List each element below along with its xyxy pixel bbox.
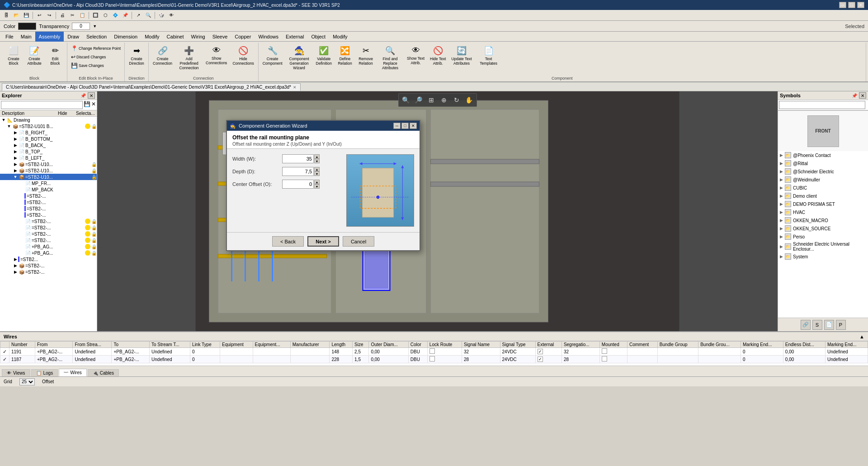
tree-toggle-pb-ag1[interactable] [19,244,24,249]
menu-file[interactable]: File [2,32,17,42]
tree-item-bright[interactable]: ▶ 📄 B_RIGHT_ [0,129,97,136]
minimize-button[interactable]: ─ [839,2,846,8]
col-from-stream[interactable]: From Strea... [73,342,112,348]
dialog-minimize-button[interactable]: ─ [393,123,401,129]
explorer-select-col[interactable]: Selecta... [74,110,97,116]
wires-expand-icon[interactable]: ▲ [859,334,864,339]
qa-new[interactable]: 🗄 [2,11,11,20]
sym-toggle-okken-macro[interactable]: ▶ [780,218,783,223]
create-component-button[interactable]: 🔧 CreateComponent [260,44,285,67]
menu-assembly[interactable]: Assembly [35,32,64,42]
qa-copy[interactable]: 📋 [78,11,87,20]
col-signal-name[interactable]: Signal Name [462,342,500,348]
tree-item-stb2-c[interactable]: ▶ 📦 =STB2-... [0,262,97,269]
tree-toggle-stb2-a2[interactable] [19,200,24,205]
find-replace-button[interactable]: 🔍 Find and ReplaceAttributes [377,44,404,72]
file-tab-close[interactable]: ✕ [293,85,297,90]
tree-toggle-stb2u101[interactable]: ▼ [6,124,12,129]
qa-btn3[interactable]: 💠 [111,11,120,20]
sym-item-demo[interactable]: ▶ 📁 Demo client [778,192,868,200]
col-to-stream[interactable]: To Stream T... [150,342,190,348]
qa-cut[interactable]: ✂ [68,11,77,20]
sym-item-cubic[interactable]: ▶ 📁 CUBIC [778,184,868,192]
qa-print[interactable]: 🖨 [58,11,67,20]
col-size[interactable]: Size [353,342,369,348]
active-file-tab[interactable]: C:\Users\inbeaurain\OneDrive - Alpi Clou… [2,83,301,91]
create-connection-button[interactable]: 🔗 CreateConnection [151,44,175,67]
offset-up-button[interactable]: ▲ [314,180,320,184]
create-direction-button[interactable]: ➡ CreateDirection [127,44,146,67]
tree-toggle-bbottom[interactable]: ▶ [13,136,18,142]
sym-item-rittal[interactable]: ▶ 📁 @Rittal [778,159,868,167]
edit-block-button[interactable]: ✏ EditBlock [45,44,65,67]
update-text-button[interactable]: 🔄 Update TextAttributes [449,44,474,67]
qa-zoom[interactable]: 🔍 [144,11,153,20]
symbols-pin-button[interactable]: 📌 [851,92,858,99]
tree-item-drawing[interactable]: ▼ 📐 Drawing [0,117,97,123]
hide-text-button[interactable]: 🚫 Hide TextAttrib. [428,44,448,67]
tree-toggle-drawing[interactable]: ▼ [1,117,6,123]
col-equip1[interactable]: Equipment [220,342,253,348]
tree-item-stb2-a8[interactable]: 📄 =STB2-... 🔒 [0,237,97,243]
tab-views[interactable]: 👁 Views [2,369,30,376]
maximize-button[interactable]: □ [848,2,855,8]
table-row[interactable]: ✓ 1191 +PB_AG2-... Undefined +PB_AG2-...… [0,348,868,356]
text-templates-button[interactable]: 📄 Text Templates [475,44,502,67]
explorer-close-button[interactable]: ✕ [88,92,95,99]
dialog-maximize-button[interactable]: □ [401,123,409,129]
tree-item-bleft[interactable]: ▶ 📄 B_LEFT_ [0,155,97,161]
tree-item-bbottom[interactable]: ▶ 📄 B_BOTTOM_ [0,136,97,142]
tree-item-mp-fr[interactable]: 📄 MP_FR... [0,180,97,186]
offset-down-button[interactable]: ▼ [314,184,320,189]
offset-input[interactable] [282,180,314,189]
col-signal-type[interactable]: Signal Type [500,342,535,348]
rotate-button[interactable]: ↻ [451,95,462,105]
tree-item-stb2u10-1[interactable]: ▶ 📦 =STB2-U10... 🔒 [0,161,97,167]
tree-item-stb2u10-2[interactable]: ▶ 📦 =STB2-U10... 🔒 [0,167,97,174]
tree-item-stb2-b[interactable]: ▶ =STB2... [0,256,97,262]
qa-undo[interactable]: ↩ [35,11,44,20]
menu-windows[interactable]: Windows [255,32,282,42]
tree-toggle-stb2u10-3[interactable]: ▼ [13,174,18,180]
tree-toggle-mp-back[interactable] [19,187,24,192]
component-wizard-button[interactable]: 🧙 ComponentGeneration Wizard [286,44,313,72]
col-seg[interactable]: Segregatio... [561,342,599,348]
col-mark-end2[interactable]: Marking End... [825,342,868,348]
sym-btn-3[interactable]: 📄 [824,320,834,330]
cancel-button[interactable]: Cancel [343,236,374,247]
menu-dimension[interactable]: Dimension [110,32,141,42]
tree-toggle-stb2-a1[interactable] [19,193,24,199]
sym-item-system[interactable]: ▶ 📁 System [778,252,868,261]
tree-item-btop[interactable]: ▶ 📄 B_TOP_ [0,148,97,155]
sym-item-okken-macro[interactable]: ▶ 📁 OKKEN_MACRO [778,216,868,224]
col-mfr[interactable]: Manufacturer [290,342,330,348]
symbols-search-input[interactable] [779,101,865,109]
cell-lock-2[interactable] [429,356,435,361]
tree-toggle-stb2-d[interactable]: ▶ [13,269,18,275]
sym-item-hvac[interactable]: ▶ 📁 HVAC [778,208,868,216]
tree-toggle-btop[interactable]: ▶ [13,149,18,154]
col-link-type[interactable]: Link Type [190,342,220,348]
tree-item-stb2-a3[interactable]: =STB2-... [0,205,97,212]
width-down-button[interactable]: ▼ [314,159,320,163]
col-length[interactable]: Length [330,342,353,348]
tree-toggle-stb2-a6[interactable] [19,225,24,230]
show-connections-button[interactable]: 👁 ShowConnections [203,44,229,67]
tree-toggle-bright[interactable]: ▶ [13,130,18,135]
menu-copper[interactable]: Copper [231,32,255,42]
sym-item-phoenix[interactable]: ▶ 📁 @Phoenix Contact [778,151,868,159]
menu-wiring[interactable]: Wiring [188,32,209,42]
depth-down-button[interactable]: ▼ [314,171,320,176]
tree-toggle-stb2-a4[interactable] [19,212,24,218]
depth-input[interactable] [282,167,314,176]
symbols-close-button[interactable]: ✕ [859,92,866,99]
fit-button[interactable]: ⊞ [426,95,437,105]
menu-sleeve[interactable]: Sleeve [209,32,231,42]
tree-item-bback[interactable]: ▶ 📄 B_BACK_ [0,142,97,148]
tree-toggle-stb2-c[interactable]: ▶ [13,263,18,268]
next-button[interactable]: Next > [307,236,339,247]
tree-item-stb2-a4[interactable]: =STB2-... [0,212,97,218]
grid-value-select[interactable]: 25 50 10 [19,378,35,385]
qa-save[interactable]: 💾 [22,11,31,20]
tree-item-pb-ag2[interactable]: 📄 +PB_AG... 🔒 [0,250,97,256]
